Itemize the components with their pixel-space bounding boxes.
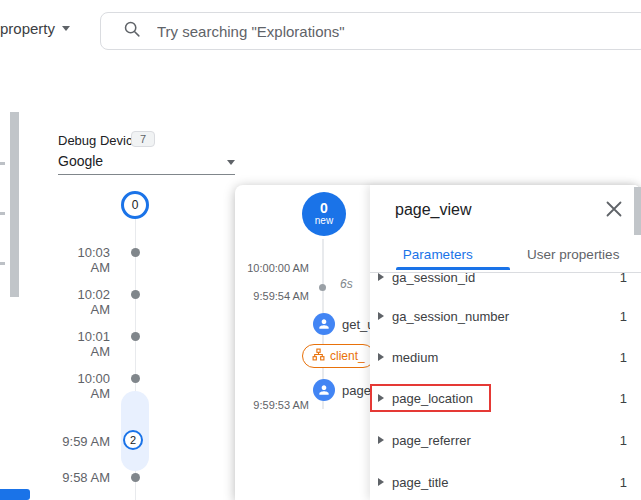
user-event-icon[interactable]: [313, 313, 335, 335]
left-edge-fragment: [0, 262, 5, 265]
minute-dot[interactable]: [131, 248, 140, 257]
expand-arrow-icon[interactable]: [378, 312, 384, 320]
search-box[interactable]: [100, 12, 641, 50]
minute-time-label: 10:03 AM: [56, 245, 110, 275]
stream-timestamp: 10:00:00 AM: [237, 262, 309, 274]
minute-dot[interactable]: [131, 473, 140, 482]
event-title: page_view: [395, 201, 472, 219]
param-row[interactable]: page_title 1: [370, 472, 641, 492]
param-row[interactable]: ga_session_number 1: [370, 306, 641, 326]
search-input[interactable]: [157, 23, 577, 40]
expand-arrow-icon[interactable]: [378, 478, 384, 486]
param-row[interactable]: page_location 1: [370, 388, 641, 408]
param-value: 1: [620, 391, 627, 406]
expand-arrow-icon[interactable]: [378, 273, 384, 281]
param-value: 1: [620, 475, 627, 490]
minute-dot[interactable]: [131, 374, 140, 383]
debugview-screen: property Debug Device 7 Google 0 10:03 A…: [0, 0, 641, 500]
minute-dot[interactable]: [131, 290, 140, 299]
detail-tabs: Parameters User properties: [370, 243, 641, 270]
param-value: 1: [620, 433, 627, 448]
param-name: page_title: [392, 475, 448, 490]
new-events-count: 0: [320, 201, 328, 216]
minute-time-label: 9:59 AM: [56, 434, 110, 449]
stream-timestamp: 9:59:53 AM: [237, 399, 309, 411]
stream-dot: [319, 284, 326, 291]
param-row[interactable]: page_referrer 1: [370, 430, 641, 450]
left-edge-fragment: [0, 162, 5, 165]
cropped-blue-element: [0, 489, 30, 500]
param-name: medium: [392, 350, 438, 365]
chevron-down-icon: [227, 160, 235, 165]
left-scrollbar[interactable]: [10, 112, 19, 297]
param-name: page_location: [392, 391, 473, 406]
minute-dot[interactable]: [131, 332, 140, 341]
minute-time-label: 10:00 AM: [56, 371, 110, 401]
param-value: 1: [620, 350, 627, 365]
user-event-icon[interactable]: [313, 379, 335, 401]
current-minute-counter[interactable]: 0: [121, 191, 149, 219]
gap-duration-label: 6s: [340, 277, 353, 291]
param-value: 1: [620, 309, 627, 324]
panel-scrollbar[interactable]: [634, 187, 641, 235]
select-underline: [58, 174, 235, 175]
event-detail-panel: ga_session_id 1 ga_session_number 1 medi…: [370, 185, 641, 500]
property-selector[interactable]: property: [0, 20, 70, 37]
detail-header: page_view Parameters User properties: [370, 185, 641, 273]
param-name: page_referrer: [392, 433, 471, 448]
left-edge-fragment: [0, 212, 5, 215]
param-name: ga_session_number: [392, 309, 509, 324]
minute-time-label: 10:02 AM: [56, 287, 110, 317]
stream-timestamp: 9:59:54 AM: [237, 290, 309, 302]
expand-arrow-icon[interactable]: [378, 394, 384, 402]
debug-device-label: Debug Device: [58, 133, 140, 148]
event-name: client_: [330, 349, 365, 363]
close-icon: [605, 200, 623, 221]
client-id-event[interactable]: client_: [302, 344, 375, 368]
debug-device-count-badge: 7: [131, 131, 155, 147]
search-icon: [123, 20, 141, 42]
device-select-value: Google: [58, 153, 103, 169]
top-bar: property: [0, 0, 641, 62]
client-id-icon: [312, 348, 325, 364]
chevron-down-icon: [62, 26, 70, 31]
property-selector-label: property: [0, 20, 55, 37]
tab-parameters[interactable]: Parameters: [370, 243, 506, 270]
active-tab-indicator: [396, 267, 510, 270]
tab-user-properties[interactable]: User properties: [506, 243, 641, 270]
minute-event-count[interactable]: 2: [123, 430, 143, 450]
minute-time-label: 10:01 AM: [56, 329, 110, 359]
expand-arrow-icon[interactable]: [378, 353, 384, 361]
param-row[interactable]: medium 1: [370, 347, 641, 367]
device-select[interactable]: Google: [58, 153, 235, 173]
expand-arrow-icon[interactable]: [378, 436, 384, 444]
minute-time-label: 9:58 AM: [56, 470, 110, 485]
event-dialog: 0 new 10:00:00 AM 9:59:54 AM 9:59:53 AM …: [235, 185, 641, 500]
new-events-badge[interactable]: 0 new: [302, 192, 346, 236]
close-button[interactable]: [601, 197, 627, 223]
new-events-label: new: [315, 216, 333, 227]
